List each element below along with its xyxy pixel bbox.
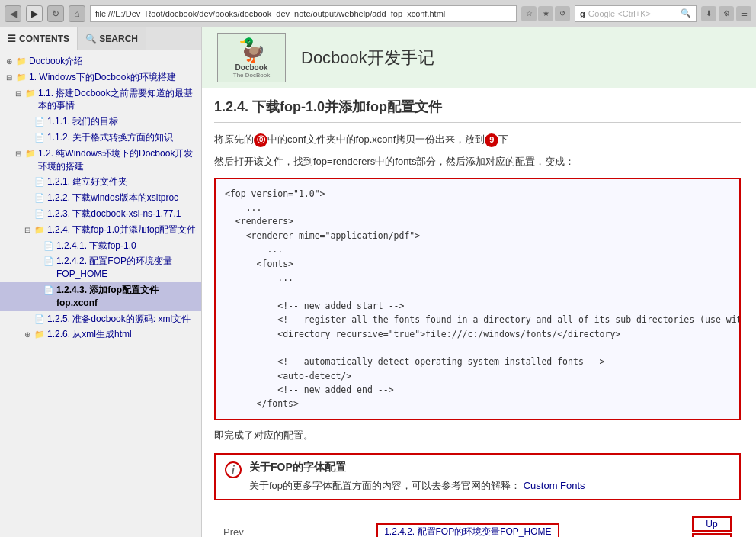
home-nav-button[interactable]: ⌂ [69,5,85,22]
bookmark-star-icon[interactable]: ☆ [521,6,537,21]
site-header: 🦆 Docbook The DocBook Docbook开发手记 [202,27,756,88]
logo-subtitle: The DocBook [233,72,270,79]
sidebar-item-ch1-2-4-1[interactable]: 📄1.2.4.1. 下载fop-1.0 [0,238,201,254]
browser-chrome: ◀ ▶ ↻ ⌂ file:///E:/Dev_Root/docbook/dev/… [0,0,756,27]
tab-search-label: 🔍 SEARCH [85,34,138,44]
tree-label-ch1-2-3: 1.2.3. 下载docbook-xsl-ns-1.77.1 [47,207,198,220]
home-button[interactable]: Home [692,533,732,537]
custom-fonts-link[interactable]: Custom Fonts [524,480,585,491]
annot-nine: 9 [485,133,498,147]
sidebar-item-ch1-2[interactable]: ⊟📁1.2. 纯Windows环境下的Docbook开发环境的搭建 [0,146,201,175]
tree-icon-ch1-2-2: 📄 [34,192,45,204]
info-body: 关于FOP的字体配置 关于fop的更多字体配置方面的内容，可以去参考官网的解释：… [249,461,585,493]
page-title: 1.2.4. 下载fop-1.0并添加fop配置文件 [214,98,741,123]
tree-label-ch1-1-1: 1.1.1. 我们的目标 [47,115,198,128]
tree-toggle-ch1-1[interactable]: ⊟ [15,88,23,99]
search-placeholder: Google <Ctrl+K> [588,9,651,18]
logo: 🦆 Docbook The DocBook [217,33,286,82]
tree-label-ch1-2-4-3: 1.2.4.3. 添加fop配置文件fop.xconf [56,284,198,310]
tree-label-ch1-2-4-2: 1.2.4.2. 配置FOP的环境变量FOP_HOME [56,255,198,281]
tree-icon-ch1-2-4-1: 📄 [43,240,54,252]
sidebar-item-ch1-1-1[interactable]: 📄1.1.1. 我们的目标 [0,114,201,130]
tree-label-ch1-1-2: 1.1.2. 关于格式转换方面的知识 [47,131,198,144]
sidebar-item-ch1-2-3[interactable]: 📄1.2.3. 下载docbook-xsl-ns-1.77.1 [0,206,201,222]
tree-label-ch1-1: 1.1. 搭建Docbook之前需要知道的最基本的事情 [38,87,198,113]
info-title: 关于FOP的字体配置 [249,461,585,474]
download-icon[interactable]: ⬇ [701,6,716,21]
tree-label-ch1-2-4-1: 1.2.4.1. 下载fop-1.0 [56,240,198,252]
site-title: Docbook开发手记 [301,47,434,69]
sidebar-tree: ⊕📁Docbook介绍⊟📁1. Windows下的Docbook的环境搭建⊟📁1… [0,50,201,537]
tree-label-ch1-2-4: 1.2.4. 下载fop-1.0并添加fop配置文件 [47,223,198,236]
sidebar-item-ch1-2-2[interactable]: 📄1.2.2. 下载windos版本的xsltproc [0,190,201,206]
address-text: file:///E:/Dev_Root/docbook/dev/books/do… [95,9,511,18]
tree-icon-ch1-2-4-3: 📄 [43,285,54,296]
tree-icon-ch1-1-1: 📄 [34,116,45,127]
prev-link-box: 1.2.4.2. 配置FOP的环境变量FOP_HOME [376,526,559,537]
tree-label-ch1-2-2: 1.2.2. 下载windos版本的xsltproc [47,191,198,204]
sidebar-item-ch1-2-4[interactable]: ⊟📁1.2.4. 下载fop-1.0并添加fop配置文件 [0,222,201,238]
code-content: <fop version="1.0"> ... <renderers> <ren… [225,187,730,411]
logo-duck-icon: 🦆 [238,37,266,63]
tree-icon-docbook-intro: 📁 [16,56,27,67]
tab-contents[interactable]: ☰ CONTENTS [0,27,78,50]
para3: 即完成了对应的配置。 [214,428,741,444]
sidebar-tabs: ☰ CONTENTS 🔍 SEARCH [0,27,201,50]
sidebar-item-ch1-2-4-2[interactable]: 📄1.2.4.2. 配置FOP的环境变量FOP_HOME [0,253,201,282]
tree-icon-ch1-1-2: 📄 [34,132,45,143]
sidebar: ☰ CONTENTS 🔍 SEARCH ⊕📁Docbook介绍⊟📁1. Wind… [0,27,202,537]
tree-toggle-ch1-2-6[interactable]: ⊕ [24,330,32,340]
tree-icon-ch1: 📁 [16,72,27,83]
info-icon: i [225,461,242,478]
sidebar-item-ch1-2-6[interactable]: ⊕📁1.2.6. 从xml生成html [0,326,201,342]
tree-icon-ch1-2-4-2: 📄 [43,256,54,267]
tree-icon-ch1-1: 📁 [25,88,36,99]
sidebar-item-ch1-2-4-3[interactable]: 📄1.2.4.3. 添加fop配置文件fop.xconf [0,282,201,311]
sidebar-item-ch1-2-1[interactable]: 📄1.2.1. 建立好文件夹 [0,174,201,190]
settings-icon[interactable]: ⚙ [719,6,734,21]
annot-zero: ⓪ [254,133,267,147]
tree-icon-ch1-2-3: 📄 [34,208,45,220]
tree-toggle-ch1-2[interactable]: ⊟ [15,149,23,159]
prev-page-link[interactable]: 1.2.4.2. 配置FOP的环境变量FOP_HOME [376,523,559,537]
tree-icon-ch1-2-1: 📄 [34,176,45,188]
bookmark-star2-icon[interactable]: ★ [538,6,553,21]
tree-icon-ch1-2-5: 📄 [34,314,45,325]
tree-label-ch1: 1. Windows下的Docbook的环境搭建 [29,71,198,84]
prev-label: Prev [223,526,244,537]
sidebar-item-ch1-2-5[interactable]: 📄1.2.5. 准备docbook的源码: xml文件 [0,311,201,327]
tree-label-docbook-intro: Docbook介绍 [29,55,198,68]
contents-icon: ☰ [8,34,16,44]
refresh2-icon[interactable]: ↺ [555,6,570,21]
search-bar[interactable]: g Google <Ctrl+K> 🔍 [575,5,697,22]
page-body: 1.2.4. 下载fop-1.0并添加fop配置文件 将原先的⓪中的conf文件… [202,88,756,537]
sidebar-item-ch1-1[interactable]: ⊟📁1.1. 搭建Docbook之前需要知道的最基本的事情 [0,85,201,114]
tree-icon-ch1-2-4: 📁 [34,224,45,236]
tree-label-ch1-2: 1.2. 纯Windows环境下的Docbook开发环境的搭建 [38,147,198,173]
address-bar[interactable]: file:///E:/Dev_Root/docbook/dev/books/do… [90,5,517,22]
search-icon: 🔍 [681,8,691,18]
page-layout: ☰ CONTENTS 🔍 SEARCH ⊕📁Docbook介绍⊟📁1. Wind… [0,27,756,537]
menu-icon[interactable]: ☰ [736,6,751,21]
search-engine-icon: g [580,9,585,18]
sidebar-item-ch1[interactable]: ⊟📁1. Windows下的Docbook的环境搭建 [0,69,201,85]
forward-button[interactable]: ▶ [26,5,43,22]
sidebar-item-ch1-1-2[interactable]: 📄1.1.2. 关于格式转换方面的知识 [0,130,201,146]
up-home-nav: Up Home [692,516,732,537]
tab-search[interactable]: 🔍 SEARCH [78,27,146,50]
tree-icon-ch1-2-6: 📁 [34,329,45,340]
content-area: 🦆 Docbook The DocBook Docbook开发手记 1.2.4.… [202,27,756,537]
bottom-nav: Prev 1.2.4.2. 配置FOP的环境变量FOP_HOME Up Home [214,510,741,537]
logo-text: Docbook [235,63,268,72]
tab-contents-label: CONTENTS [19,34,69,44]
refresh-button[interactable]: ↻ [47,5,64,22]
para1: 将原先的⓪中的conf文件夹中的fop.xconf拷贝一份出来，放到9下 [214,132,741,148]
tree-toggle-ch1-2-4[interactable]: ⊟ [24,225,32,236]
tree-toggle-docbook-intro[interactable]: ⊕ [6,56,14,67]
tree-toggle-ch1[interactable]: ⊟ [6,72,14,83]
up-button[interactable]: Up [692,516,732,532]
info-box: i 关于FOP的字体配置 关于fop的更多字体配置方面的内容，可以去参考官网的解… [214,453,741,500]
sidebar-item-docbook-intro[interactable]: ⊕📁Docbook介绍 [0,53,201,69]
tree-label-ch1-2-1: 1.2.1. 建立好文件夹 [47,175,198,188]
back-button[interactable]: ◀ [5,5,21,22]
